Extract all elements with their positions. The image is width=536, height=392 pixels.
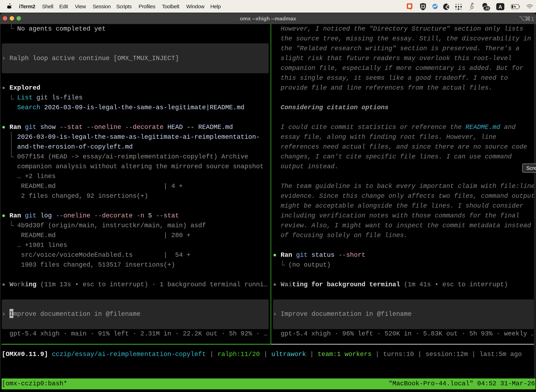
svg-text:..61: ..61 [484,6,490,10]
svg-text:A: A [498,4,502,10]
